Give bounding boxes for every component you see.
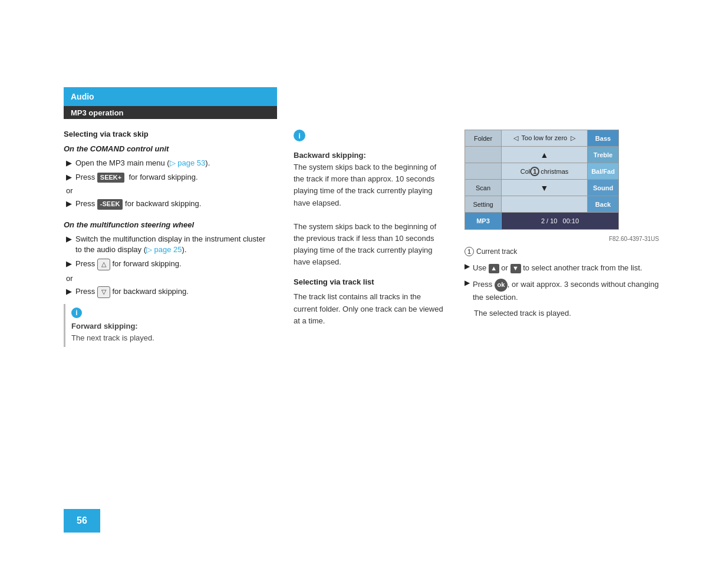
bullet-text-6: Press ▽ for backward skipping. xyxy=(75,286,189,298)
screen-row-col: Col1christmas Bal/Fad xyxy=(465,163,618,180)
bullet-arrow-1: ▶ xyxy=(66,158,72,167)
bullet-arrow-3: ▶ xyxy=(66,199,72,208)
bullet-backward-skip: ▶ Press ▽ for backward skipping. xyxy=(64,286,273,298)
info-icon-1: i xyxy=(71,308,82,318)
screen-cell-bass: Bass xyxy=(588,130,618,146)
forward-info-box: i Forward skipping: The next track is pl… xyxy=(64,304,273,347)
screen-cell-empty-1 xyxy=(465,147,502,163)
screen-cell-scan: Scan xyxy=(465,180,502,196)
screen-cell-status: 2 / 10 00:10 xyxy=(502,213,618,229)
or-text-2: or xyxy=(66,274,273,283)
right-column: Folder ◁ Too low for zero ▷ Bass ▲ Trebl… xyxy=(465,130,659,319)
instr-bullet-1: ▶ xyxy=(465,262,470,270)
track-list-title: Selecting via track list xyxy=(294,277,447,286)
bullet-text-3: Press -SEEK for backward skipping. xyxy=(75,199,201,209)
bullet-text-1: Open the MP3 main menu (▷ page 53). xyxy=(75,158,210,168)
screen-cell-back: Back xyxy=(588,196,618,212)
ok-btn: ok xyxy=(495,279,508,292)
annotation-text: Current track xyxy=(476,247,517,256)
bullet-arrow-5: ▶ xyxy=(66,259,72,268)
screen-cell-down-arrow: ▼ xyxy=(502,180,588,196)
screen-cell-track-title: ◁ Too low for zero ▷ xyxy=(502,130,588,146)
subheader-bar: MP3 operation xyxy=(64,106,277,119)
up-icon-btn: △ xyxy=(97,259,110,270)
info-icon-2: i xyxy=(294,130,305,141)
screen-row-setting: Setting Back xyxy=(465,196,618,213)
screen-row-scan: Scan ▼ Sound xyxy=(465,180,618,196)
bullet-switch-display: ▶ Switch the multifunction display in th… xyxy=(64,234,273,255)
instr-text-1: Use ▲ or ▼ to select another track from … xyxy=(473,262,642,274)
screen-cell-sound: Sound xyxy=(588,180,618,196)
bullet-text-4: Switch the multifunction display in the … xyxy=(75,234,273,255)
down-icon-btn: ▽ xyxy=(97,286,110,298)
track-list-text: The track list contains all tracks in th… xyxy=(294,291,447,326)
header-subtitle: MP3 operation xyxy=(71,108,124,117)
comand-title: On the COMAND control unit xyxy=(64,144,273,153)
backward-info-text: Backward skipping: The system skips back… xyxy=(294,150,447,268)
screen-cell-up-arrow: ▲ xyxy=(502,147,588,163)
selected-track-text: The selected track is played. xyxy=(474,309,571,318)
circle-num-1: 1 xyxy=(465,247,474,256)
annotation-current-track: 1 Current track xyxy=(465,247,659,256)
section-title-track-skip: Selecting via track skip xyxy=(64,130,273,138)
bullet-text-2: Press SEEK+ for forward skipping. xyxy=(75,172,198,183)
screen-cell-empty-2 xyxy=(465,163,502,179)
header-title: Audio xyxy=(71,92,94,101)
col-number-1: 1 xyxy=(530,167,539,176)
left-column: Selecting via track skip On the COMAND c… xyxy=(64,130,273,353)
instruction-select-track: ▶ Use ▲ or ▼ to select another track fro… xyxy=(465,262,659,274)
screen-cell-folder: Folder xyxy=(465,130,502,146)
steering-title: On the multifunction steering wheel xyxy=(64,220,273,229)
header-bar: Audio xyxy=(64,87,277,106)
bullet-open-mp3: ▶ Open the MP3 main menu (▷ page 53). xyxy=(64,158,273,168)
bullet-arrow-2: ▶ xyxy=(66,173,72,181)
page-number-box: 56 xyxy=(64,509,100,533)
screen-cell-balfad: Bal/Fad xyxy=(588,163,618,179)
instruction-press-ok: ▶ Press ok, or wait approx. 3 seconds wi… xyxy=(465,279,659,303)
screen-cell-treble: Treble xyxy=(588,147,618,163)
bullet-seek-backward: ▶ Press -SEEK for backward skipping. xyxy=(64,199,273,209)
up-arrow-btn: ▲ xyxy=(489,264,499,273)
page-container: Audio MP3 operation Selecting via track … xyxy=(0,0,728,562)
seek-minus-key: -SEEK xyxy=(97,199,123,209)
instr-text-2: Press ok, or wait approx. 3 seconds with… xyxy=(473,279,659,303)
car-screen: Folder ◁ Too low for zero ▷ Bass ▲ Trebl… xyxy=(465,130,619,230)
screen-cell-setting: Setting xyxy=(465,196,502,212)
screen-row-folder: Folder ◁ Too low for zero ▷ Bass xyxy=(465,130,618,147)
info-box-text-1: Forward skipping: The next track is play… xyxy=(71,320,273,343)
down-arrow-btn: ▼ xyxy=(510,264,521,273)
instr-bullet-2: ▶ xyxy=(465,279,470,287)
middle-column: i Backward skipping: The system skips ba… xyxy=(294,130,447,336)
bullet-text-5: Press △ for forward skipping. xyxy=(75,259,182,270)
or-text-1: or xyxy=(66,186,273,195)
bullet-seek-forward: ▶ Press SEEK+ for forward skipping. xyxy=(64,172,273,183)
seek-plus-key: SEEK+ xyxy=(97,173,124,183)
screen-ref: F82.60-4397-31US xyxy=(465,236,659,242)
bullet-arrow-6: ▶ xyxy=(66,287,72,296)
screen-row-mp3: MP3 2 / 10 00:10 xyxy=(465,213,618,229)
page-number: 56 xyxy=(77,515,87,526)
bullet-forward-skip: ▶ Press △ for forward skipping. xyxy=(64,259,273,270)
screen-row-nav-up: ▲ Treble xyxy=(465,147,618,163)
bullet-arrow-4: ▶ xyxy=(66,234,72,243)
screen-cell-col-christmas: Col1christmas xyxy=(502,163,588,179)
screen-cell-mp3: MP3 xyxy=(465,213,502,229)
screen-cell-empty-3 xyxy=(502,196,588,212)
